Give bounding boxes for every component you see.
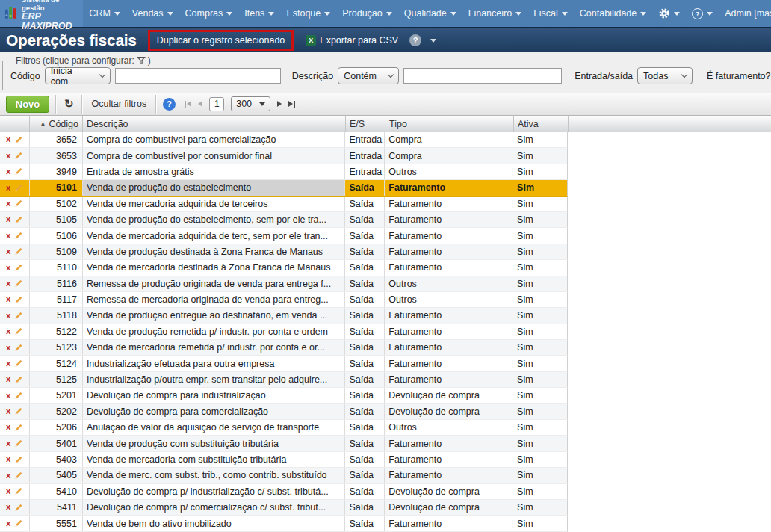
- table-row[interactable]: x 5109 Venda de produção destinada à Zon…: [0, 244, 568, 260]
- nav-menu-itens[interactable]: Itens: [238, 0, 280, 27]
- delete-row-icon[interactable]: x: [6, 375, 10, 384]
- delete-row-icon[interactable]: x: [6, 471, 10, 480]
- page-size-select[interactable]: 300: [231, 96, 270, 111]
- delete-row-icon[interactable]: x: [6, 327, 10, 336]
- edit-row-icon[interactable]: [13, 183, 23, 193]
- header-codigo[interactable]: ▲ Código: [29, 116, 82, 132]
- table-row[interactable]: x 5105 Venda de produção do estabelecime…: [0, 212, 568, 228]
- descricao-operator-select[interactable]: Contém: [338, 67, 399, 84]
- header-tipo[interactable]: Tipo: [385, 116, 513, 132]
- edit-row-icon[interactable]: [13, 423, 23, 433]
- edit-row-icon[interactable]: [13, 135, 23, 145]
- header-descricao[interactable]: Descrição: [82, 116, 345, 132]
- entrada-saida-select[interactable]: Todas: [637, 67, 693, 84]
- table-row[interactable]: x 5110 Venda de mercadoria destinada à Z…: [0, 260, 568, 276]
- nav-menu-vendas[interactable]: Vendas: [126, 0, 179, 27]
- delete-row-icon[interactable]: x: [6, 344, 10, 353]
- table-row[interactable]: x 3653 Compra de combustível por consumi…: [0, 148, 568, 164]
- delete-row-icon[interactable]: x: [6, 359, 10, 368]
- table-row[interactable]: x 5410 Devolução de compra p/ industrial…: [0, 484, 568, 500]
- refresh-icon[interactable]: ↻: [63, 97, 75, 111]
- edit-row-icon[interactable]: [13, 279, 23, 288]
- delete-row-icon[interactable]: x: [6, 215, 10, 224]
- edit-row-icon[interactable]: [13, 311, 23, 321]
- chevron-down-icon[interactable]: [430, 39, 436, 43]
- delete-row-icon[interactable]: x: [6, 247, 10, 256]
- table-row[interactable]: x 5106 Venda de mercadoria adquirida de …: [0, 228, 568, 244]
- edit-row-icon[interactable]: [13, 199, 23, 208]
- edit-row-icon[interactable]: [13, 391, 23, 400]
- table-row[interactable]: x 5202 Devolução de compra para comercia…: [0, 404, 568, 420]
- table-row[interactable]: x 5551 Venda de bem do ativo imobilizado…: [0, 516, 568, 531]
- delete-row-icon[interactable]: x: [6, 519, 10, 528]
- next-page-button[interactable]: [277, 101, 282, 107]
- nav-settings-menu[interactable]: [652, 0, 686, 27]
- edit-row-icon[interactable]: [13, 486, 23, 496]
- edit-row-icon[interactable]: [13, 406, 23, 416]
- prev-page-button[interactable]: [198, 101, 202, 107]
- delete-row-icon[interactable]: x: [6, 135, 10, 144]
- nav-help-menu[interactable]: ?: [686, 0, 719, 27]
- duplicate-record-button[interactable]: Duplicar o registro selecionado: [148, 30, 294, 51]
- header-es[interactable]: E/S: [345, 116, 385, 132]
- table-row[interactable]: x 5122 Venda de produção remetida p/ ind…: [0, 324, 568, 340]
- delete-row-icon[interactable]: x: [6, 232, 10, 241]
- delete-row-icon[interactable]: x: [6, 312, 10, 321]
- delete-row-icon[interactable]: x: [6, 264, 10, 273]
- table-row[interactable]: x 5206 Anulação de valor da aquisição de…: [0, 420, 568, 436]
- edit-row-icon[interactable]: [13, 503, 23, 513]
- nav-menu-crm[interactable]: CRM: [83, 0, 126, 27]
- table-row[interactable]: x 5405 Venda de merc. com subst. trib., …: [0, 468, 568, 483]
- brand-logo[interactable]: Sistema de gestão ERP MAXIPROD: [0, 0, 83, 27]
- export-csv-button[interactable]: Exportar para CSV: [320, 35, 398, 46]
- delete-row-icon[interactable]: x: [6, 392, 10, 400]
- table-row[interactable]: x 5201 Devolução de compra para industri…: [0, 388, 568, 403]
- edit-row-icon[interactable]: [13, 151, 23, 161]
- edit-row-icon[interactable]: [13, 263, 23, 273]
- delete-row-icon[interactable]: x: [6, 423, 10, 432]
- delete-row-icon[interactable]: x: [6, 200, 10, 208]
- table-row[interactable]: x 5118 Venda de produção entregue ao des…: [0, 308, 568, 324]
- nav-menu-contabilidade[interactable]: Contabilidade: [574, 0, 652, 27]
- table-row[interactable]: x 5117 Remessa de mercadoria originada d…: [0, 292, 568, 308]
- delete-row-icon[interactable]: x: [6, 167, 10, 176]
- delete-row-icon[interactable]: x: [6, 184, 10, 193]
- titlebar-help-icon[interactable]: ?: [409, 34, 421, 46]
- table-row[interactable]: x 5403 Venda de mercadoria com substitui…: [0, 452, 568, 468]
- edit-row-icon[interactable]: [13, 295, 23, 305]
- edit-row-icon[interactable]: [13, 519, 23, 528]
- table-row[interactable]: x 5101 Venda de produção do estabelecime…: [0, 180, 568, 196]
- edit-row-icon[interactable]: [13, 375, 23, 385]
- delete-row-icon[interactable]: x: [6, 152, 10, 161]
- table-row[interactable]: x 5401 Venda de produção com substituiçã…: [0, 436, 568, 451]
- edit-row-icon[interactable]: [13, 455, 23, 465]
- delete-row-icon[interactable]: x: [6, 455, 10, 464]
- edit-row-icon[interactable]: [13, 471, 23, 480]
- edit-row-icon[interactable]: [13, 231, 23, 241]
- filters-legend[interactable]: Filtros (clique para configurar: ): [13, 55, 154, 66]
- edit-row-icon[interactable]: [13, 167, 23, 176]
- nav-menu-qualidade[interactable]: Qualidade: [398, 0, 462, 27]
- nav-menu-producao[interactable]: Produção: [336, 0, 398, 27]
- delete-row-icon[interactable]: x: [6, 503, 10, 512]
- table-row[interactable]: x 3652 Compra de combustível para comerc…: [0, 132, 568, 148]
- table-row[interactable]: x 3949 Entrada de amostra grátis Entrada…: [0, 164, 568, 180]
- table-row[interactable]: x 5125 Industrialização p/outra empr. se…: [0, 372, 568, 388]
- toolbar-help-icon[interactable]: ?: [163, 98, 176, 111]
- nav-menu-fiscal[interactable]: Fiscal: [527, 0, 574, 27]
- descricao-filter-input[interactable]: [403, 68, 562, 84]
- codigo-filter-input[interactable]: [115, 68, 281, 84]
- header-ativa[interactable]: Ativa: [513, 116, 568, 132]
- edit-row-icon[interactable]: [13, 359, 23, 368]
- new-button[interactable]: Novo: [6, 96, 49, 113]
- table-row[interactable]: x 5102 Venda de mercadoria adquirida de …: [0, 197, 568, 212]
- nav-menu-financeiro[interactable]: Financeiro: [462, 0, 527, 27]
- nav-menu-estoque[interactable]: Estoque: [280, 0, 336, 27]
- edit-row-icon[interactable]: [13, 439, 23, 448]
- page-number-input[interactable]: 1: [209, 97, 224, 111]
- hide-filters-button[interactable]: Ocultar filtros: [89, 99, 150, 109]
- delete-row-icon[interactable]: x: [6, 279, 10, 288]
- first-page-button[interactable]: [185, 101, 191, 108]
- delete-row-icon[interactable]: x: [6, 295, 10, 304]
- nav-user-menu[interactable]: Admin [master]: [719, 0, 771, 27]
